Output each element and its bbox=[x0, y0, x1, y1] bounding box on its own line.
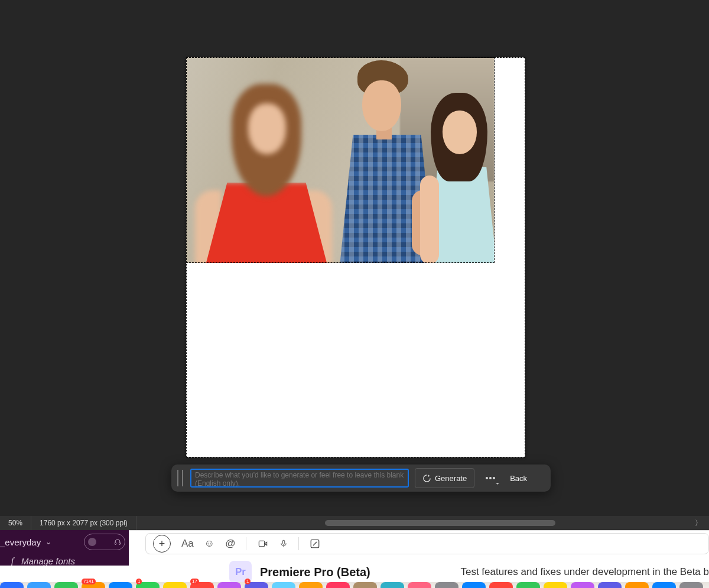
video-icon[interactable] bbox=[257, 539, 269, 548]
scrollbar-thumb[interactable] bbox=[325, 520, 555, 526]
document-dimensions[interactable]: 1760 px x 2077 px (300 ppi) bbox=[31, 516, 136, 530]
ellipsis-icon bbox=[485, 476, 496, 480]
dock-app[interactable] bbox=[27, 582, 51, 588]
generative-fill-bar: Generate Back bbox=[171, 464, 551, 492]
plus-icon: + bbox=[159, 538, 165, 550]
prompt-input[interactable] bbox=[190, 469, 409, 488]
dock-app[interactable] bbox=[571, 582, 594, 588]
generate-button-label: Generate bbox=[435, 474, 467, 483]
mention-icon[interactable]: @ bbox=[225, 538, 235, 550]
divider bbox=[298, 537, 299, 550]
font-glyph-icon: f bbox=[8, 556, 17, 566]
manage-fonts-label: Manage fonts bbox=[21, 556, 75, 566]
background-compose-strip: + Aa ☺ @ bbox=[129, 530, 709, 557]
dock-app[interactable] bbox=[652, 582, 676, 588]
dock-app[interactable] bbox=[326, 582, 350, 588]
app-title[interactable]: Premiere Pro (Beta) bbox=[260, 566, 370, 579]
dock-app[interactable] bbox=[217, 582, 241, 588]
dock-app[interactable]: 1 bbox=[136, 582, 160, 588]
dock-badge: 1 bbox=[136, 579, 142, 584]
svg-point-0 bbox=[486, 477, 488, 479]
dropdown-caret-icon bbox=[496, 483, 499, 486]
manage-fonts-item[interactable]: f Manage fonts bbox=[0, 554, 129, 566]
dock-app[interactable] bbox=[435, 582, 458, 588]
dock-badge: 17 bbox=[190, 579, 199, 584]
dock-app[interactable] bbox=[544, 582, 567, 588]
placed-image[interactable] bbox=[186, 57, 495, 263]
drag-handle-icon[interactable] bbox=[177, 470, 183, 486]
zoom-level-value: 50% bbox=[8, 519, 22, 527]
document-dimensions-value: 1760 px x 2077 px (300 ppi) bbox=[40, 519, 128, 527]
svg-rect-6 bbox=[283, 540, 285, 544]
dock-app[interactable]: 7141 bbox=[82, 582, 105, 588]
dock-app[interactable] bbox=[598, 582, 622, 588]
dock-app[interactable]: 17 bbox=[190, 582, 214, 588]
dock-badge: 1 bbox=[245, 579, 251, 584]
shortcut-icon[interactable] bbox=[310, 538, 320, 549]
svg-rect-4 bbox=[119, 542, 121, 545]
svg-point-2 bbox=[493, 477, 495, 479]
more-options-button[interactable] bbox=[480, 469, 500, 488]
back-button[interactable]: Back bbox=[506, 474, 531, 483]
chevron-down-icon: ⌄ bbox=[45, 538, 51, 546]
generate-sparkle-icon bbox=[422, 474, 431, 483]
dock-app[interactable] bbox=[272, 582, 295, 588]
headphones-icon bbox=[114, 538, 121, 545]
dock-app[interactable] bbox=[489, 582, 513, 588]
figure-woman-teal bbox=[422, 93, 495, 263]
dock-app[interactable] bbox=[0, 582, 24, 588]
horizontal-scrollbar[interactable] bbox=[325, 518, 703, 528]
zoom-level[interactable]: 50% bbox=[0, 516, 31, 530]
add-button[interactable]: + bbox=[153, 535, 171, 553]
svg-rect-3 bbox=[115, 542, 116, 545]
dock-app[interactable] bbox=[380, 582, 404, 588]
dock-app[interactable] bbox=[54, 582, 78, 588]
dock-app[interactable] bbox=[516, 582, 540, 588]
dock-badge: 7141 bbox=[82, 579, 96, 584]
dock-app[interactable] bbox=[109, 582, 132, 588]
channel-label: _everyday bbox=[0, 537, 41, 547]
divider bbox=[246, 537, 246, 550]
dock-app[interactable]: 1 bbox=[245, 582, 268, 588]
figure-woman-red bbox=[195, 93, 331, 263]
dock-app[interactable] bbox=[353, 582, 377, 588]
dock-app[interactable] bbox=[679, 582, 703, 588]
svg-point-1 bbox=[489, 477, 492, 479]
toggle-dot-icon bbox=[88, 538, 96, 546]
channel-item[interactable]: _everyday ⌄ bbox=[0, 530, 129, 554]
background-app-sidebar: _everyday ⌄ f Manage fonts bbox=[0, 530, 129, 566]
dock-app[interactable] bbox=[462, 582, 486, 588]
status-bar: 50% 1760 px x 2077 px (300 ppi) 〉 bbox=[0, 516, 709, 530]
svg-rect-5 bbox=[259, 541, 265, 546]
compose-toolbar: + Aa ☺ @ bbox=[145, 533, 709, 554]
dock: 7141 1 17 1 bbox=[0, 582, 709, 588]
microphone-icon[interactable] bbox=[279, 538, 288, 549]
huddle-toggle[interactable] bbox=[84, 534, 125, 550]
dock-app[interactable] bbox=[299, 582, 323, 588]
dock-app[interactable] bbox=[163, 582, 187, 588]
generate-button[interactable]: Generate bbox=[415, 468, 474, 488]
app-description: Test features and fixes under developmen… bbox=[460, 566, 709, 578]
editor-workspace: Generate Back bbox=[0, 0, 709, 514]
document-canvas[interactable] bbox=[186, 57, 525, 457]
emoji-icon[interactable]: ☺ bbox=[204, 538, 214, 550]
dock-app[interactable] bbox=[625, 582, 649, 588]
dock-app[interactable] bbox=[408, 582, 431, 588]
text-format-icon[interactable]: Aa bbox=[181, 538, 194, 550]
